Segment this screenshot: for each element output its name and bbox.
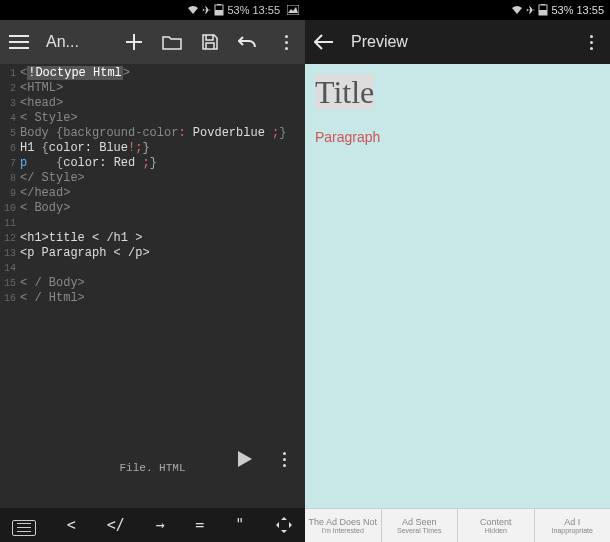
line-number: 8	[0, 171, 20, 186]
play-icon[interactable]	[233, 448, 255, 470]
code-line[interactable]: 8</ Style>	[0, 171, 305, 186]
ad-feedback-option[interactable]: Ad SeenSeveral Times	[382, 509, 459, 542]
airplane-icon: ✈	[526, 4, 535, 17]
undo-icon[interactable]	[237, 31, 259, 53]
code-content[interactable]: <h1>title < /h1 >	[20, 231, 305, 246]
line-number: 10	[0, 201, 20, 216]
code-content[interactable]: <HTML>	[20, 81, 305, 96]
svg-rect-6	[541, 4, 545, 5]
rendered-h1: Title	[315, 74, 374, 110]
code-line[interactable]: 6H1 {color: Blue!;}	[0, 141, 305, 156]
line-number: 6	[0, 141, 20, 156]
line-number: 11	[0, 216, 20, 231]
clock-text: 13:55	[252, 4, 280, 16]
battery-percent: 53%	[227, 4, 249, 16]
clock-text: 13:55	[576, 4, 604, 16]
svg-rect-1	[215, 10, 223, 15]
save-icon[interactable]	[199, 31, 221, 53]
editor-pane: ✈ 53% 13:55 An... 1<!Doctype	[0, 0, 305, 542]
line-number: 12	[0, 231, 20, 246]
preview-title-text: Preview	[351, 33, 408, 51]
code-line[interactable]: 5Body {background-color: Povderblue ;}	[0, 126, 305, 141]
battery-icon	[538, 4, 548, 16]
ad-feedback-option[interactable]: The Ad Does NotI'm Interested	[305, 509, 382, 542]
overflow-icon[interactable]	[580, 31, 602, 53]
code-line[interactable]: 9</head>	[0, 186, 305, 201]
file-title: An...	[46, 33, 79, 51]
symbol-lt[interactable]: <	[63, 516, 80, 534]
code-line[interactable]: 14	[0, 261, 305, 276]
overflow-icon-2[interactable]	[273, 448, 295, 470]
code-line[interactable]: 1<!Doctype Html>	[0, 66, 305, 81]
svg-rect-5	[539, 10, 547, 15]
ad-feedback-option[interactable]: ContentHidden	[458, 509, 535, 542]
folder-icon[interactable]	[161, 31, 183, 53]
symbol-closetag[interactable]: </	[103, 516, 129, 534]
ad-feedback-bar: The Ad Does NotI'm InterestedAd SeenSeve…	[305, 508, 610, 542]
code-content[interactable]: Body {background-color: Povderblue ;}	[20, 126, 305, 141]
line-number: 9	[0, 186, 20, 201]
line-number: 13	[0, 246, 20, 261]
code-content[interactable]: <!Doctype Html>	[20, 66, 305, 81]
line-number: 4	[0, 111, 20, 126]
code-line[interactable]: 16< / Html>	[0, 291, 305, 306]
editor-toolbar: An...	[0, 20, 305, 64]
code-content[interactable]: </ Style>	[20, 171, 305, 186]
symbol-bar: < </ → = "	[0, 508, 305, 542]
code-line[interactable]: 7p {color: Red ;}	[0, 156, 305, 171]
keyboard-icon[interactable]	[8, 514, 40, 535]
code-content[interactable]: < Body>	[20, 201, 305, 216]
code-content[interactable]: <p Paragraph < /p>	[20, 246, 305, 261]
line-number: 2	[0, 81, 20, 96]
picture-icon	[287, 5, 299, 15]
line-number: 5	[0, 126, 20, 141]
svg-rect-3	[287, 5, 299, 15]
battery-icon	[214, 4, 224, 16]
code-line[interactable]: 11	[0, 216, 305, 231]
status-bar-left: ✈ 53% 13:55	[0, 0, 305, 20]
code-line[interactable]: 15< / Body>	[0, 276, 305, 291]
code-line[interactable]: 10< Body>	[0, 201, 305, 216]
ad-feedback-option[interactable]: Ad IInappropriate	[535, 509, 611, 542]
code-content[interactable]: < Style>	[20, 111, 305, 126]
svg-rect-2	[217, 4, 221, 5]
line-number: 15	[0, 276, 20, 291]
code-line[interactable]: 3<head>	[0, 96, 305, 111]
code-content[interactable]: < / Html>	[20, 291, 305, 306]
code-content[interactable]: </head>	[20, 186, 305, 201]
line-number: 14	[0, 261, 20, 276]
add-icon[interactable]	[123, 31, 145, 53]
code-line[interactable]: 13<p Paragraph < /p>	[0, 246, 305, 261]
code-content[interactable]: H1 {color: Blue!;}	[20, 141, 305, 156]
wifi-icon	[187, 5, 199, 15]
code-editor[interactable]: 1<!Doctype Html>2<HTML>3<head>4< Style>5…	[0, 64, 305, 508]
line-number: 3	[0, 96, 20, 111]
code-line[interactable]: 4< Style>	[0, 111, 305, 126]
preview-pane: ✈ 53% 13:55 Preview Title Paragraph The …	[305, 0, 610, 542]
code-line[interactable]: 2<HTML>	[0, 81, 305, 96]
symbol-arrow[interactable]: →	[151, 516, 168, 534]
code-content[interactable]: p {color: Red ;}	[20, 156, 305, 171]
airplane-icon: ✈	[202, 4, 211, 17]
symbol-eq[interactable]: =	[191, 516, 208, 534]
code-content[interactable]: <head>	[20, 96, 305, 111]
menu-icon[interactable]	[8, 31, 30, 53]
code-line[interactable]: 12<h1>title < /h1 >	[0, 231, 305, 246]
rendered-paragraph: Paragraph	[315, 129, 600, 145]
symbol-quote[interactable]: "	[231, 516, 248, 534]
line-number: 7	[0, 156, 20, 171]
wifi-icon	[511, 5, 523, 15]
preview-toolbar: Preview	[305, 20, 610, 64]
back-icon[interactable]	[313, 31, 335, 53]
line-number: 16	[0, 291, 20, 306]
preview-viewport: Title Paragraph	[305, 64, 610, 508]
code-content[interactable]: < / Body>	[20, 276, 305, 291]
battery-percent: 53%	[551, 4, 573, 16]
status-bar-right: ✈ 53% 13:55	[305, 0, 610, 20]
line-number: 1	[0, 66, 20, 81]
expand-icon[interactable]	[271, 516, 297, 534]
overflow-icon[interactable]	[275, 31, 297, 53]
